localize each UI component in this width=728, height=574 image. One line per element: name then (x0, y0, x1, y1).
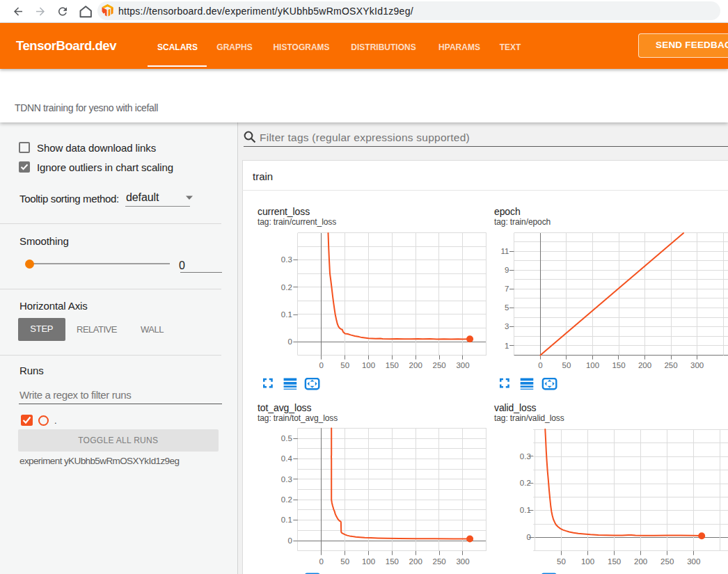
svg-text:250: 250 (433, 557, 446, 566)
svg-text:50: 50 (340, 361, 349, 369)
svg-text:150: 150 (386, 557, 399, 566)
svg-text:300: 300 (456, 557, 469, 566)
svg-text:100: 100 (586, 361, 599, 369)
svg-text:0: 0 (526, 533, 530, 541)
svg-text:200: 200 (409, 361, 422, 369)
svg-text:0.4: 0.4 (281, 454, 293, 463)
svg-text:50: 50 (562, 361, 571, 369)
svg-text:200: 200 (634, 557, 647, 566)
svg-text:100: 100 (581, 557, 594, 566)
svg-text:50: 50 (557, 557, 566, 566)
svg-text:300: 300 (456, 361, 469, 369)
svg-text:7: 7 (505, 285, 509, 293)
svg-text:0: 0 (319, 557, 324, 566)
svg-text:11: 11 (501, 247, 509, 255)
svg-text:1: 1 (505, 342, 509, 350)
svg-text:0.1: 0.1 (281, 516, 292, 524)
svg-text:100: 100 (362, 361, 375, 369)
svg-text:0: 0 (287, 536, 292, 545)
svg-text:9: 9 (505, 266, 509, 274)
svg-text:250: 250 (660, 557, 674, 566)
svg-text:150: 150 (612, 361, 625, 369)
svg-text:300: 300 (687, 557, 700, 566)
svg-text:100: 100 (362, 557, 375, 566)
svg-text:0.2: 0.2 (281, 283, 292, 292)
svg-text:0: 0 (538, 361, 542, 369)
svg-text:0.2: 0.2 (281, 495, 292, 504)
svg-text:5: 5 (505, 303, 509, 312)
svg-text:3: 3 (505, 322, 509, 330)
svg-text:0.1: 0.1 (520, 506, 531, 514)
svg-text:0: 0 (319, 361, 324, 369)
svg-text:0.3: 0.3 (520, 452, 531, 461)
svg-text:250: 250 (664, 361, 677, 369)
svg-text:250: 250 (433, 361, 446, 369)
svg-text:0.3: 0.3 (281, 475, 292, 484)
svg-text:200: 200 (638, 361, 651, 369)
svg-text:0.1: 0.1 (281, 310, 292, 319)
svg-text:300: 300 (690, 361, 704, 369)
svg-text:0.5: 0.5 (281, 434, 292, 443)
svg-text:150: 150 (608, 557, 621, 566)
svg-text:200: 200 (409, 557, 422, 566)
svg-text:150: 150 (386, 361, 399, 369)
svg-text:0.3: 0.3 (281, 255, 292, 264)
svg-text:0.2: 0.2 (520, 479, 531, 487)
svg-text:0: 0 (287, 337, 292, 346)
svg-text:50: 50 (340, 557, 349, 566)
